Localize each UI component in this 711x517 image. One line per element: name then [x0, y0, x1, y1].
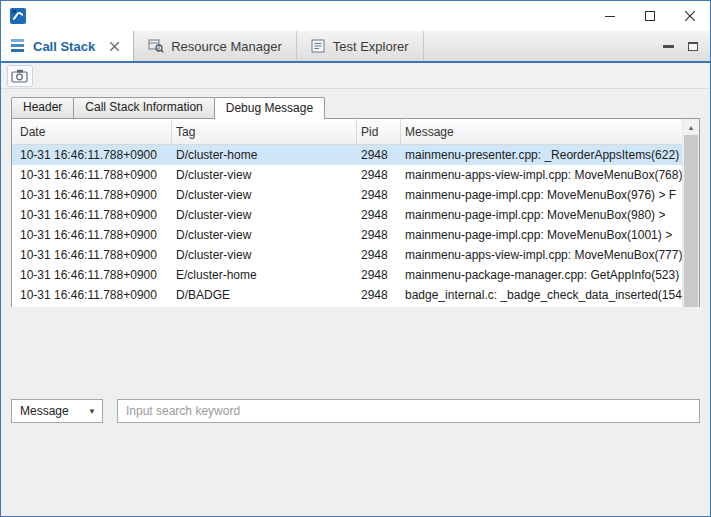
- table-row[interactable]: 10-31 16:46:11.788+0900 D/cluster-view 2…: [12, 245, 682, 265]
- row-date: 10-31 16:46:11.788+0900: [12, 228, 172, 242]
- row-date: 10-31 16:46:11.788+0900: [12, 168, 172, 182]
- table-row[interactable]: 10-31 16:46:11.788+0900 D/cluster-view 2…: [12, 205, 682, 225]
- tab-resource-manager[interactable]: Resource Manager: [134, 31, 297, 61]
- row-message: mainmenu-package-manager.cpp: GetAppInfo…: [401, 268, 682, 282]
- tab-close-icon[interactable]: [110, 42, 119, 51]
- table-row[interactable]: 10-31 16:46:11.788+0900 D/cluster-view 2…: [12, 165, 682, 185]
- row-tag: E/cluster-home: [172, 268, 357, 282]
- maximize-view-icon[interactable]: [688, 42, 698, 51]
- table-row[interactable]: 10-31 16:46:11.788+0900 E/cluster-home 2…: [12, 305, 682, 307]
- tab-label: Test Explorer: [333, 39, 409, 54]
- tab-test-explorer[interactable]: Test Explorer: [297, 31, 424, 61]
- tab-call-stack-information[interactable]: Call Stack Information: [73, 97, 214, 118]
- column-header-date[interactable]: Date: [12, 119, 172, 144]
- chevron-down-icon: ▼: [88, 407, 96, 416]
- row-pid: 2948: [357, 168, 401, 182]
- row-pid: 2948: [357, 228, 401, 242]
- tab-header[interactable]: Header: [11, 97, 74, 118]
- dropdown-value: Message: [20, 404, 69, 418]
- row-tag: D/cluster-view: [172, 208, 357, 222]
- row-date: 10-31 16:46:11.788+0900: [12, 188, 172, 202]
- column-header-tag[interactable]: Tag: [172, 119, 357, 144]
- row-tag: D/cluster-view: [172, 248, 357, 262]
- minimize-view-icon[interactable]: [663, 45, 674, 48]
- row-message: mainmenu-page-impl.cpp: MoveMenuBox(980)…: [401, 208, 682, 222]
- call-stack-icon: [11, 39, 26, 53]
- test-explorer-icon: [311, 39, 326, 53]
- row-pid: 2948: [357, 248, 401, 262]
- row-date: 10-31 16:46:11.788+0900: [12, 248, 172, 262]
- titlebar: [1, 1, 710, 31]
- table-row[interactable]: 10-31 16:46:11.788+0900 D/BADGE 2948 bad…: [12, 285, 682, 305]
- app-icon: [9, 7, 27, 25]
- row-tag: D/BADGE: [172, 288, 357, 302]
- row-pid: 2948: [357, 288, 401, 302]
- vertical-scrollbar[interactable]: ▲ ▼: [682, 119, 699, 307]
- scroll-up-icon[interactable]: ▲: [683, 119, 699, 135]
- table-row[interactable]: 10-31 16:46:11.788+0900 D/cluster-view 2…: [12, 225, 682, 245]
- log-table-body: 10-31 16:46:11.788+0900 D/cluster-home 2…: [12, 145, 682, 307]
- row-message: mainmenu-presenter.cpp: _ReorderAppsItem…: [401, 148, 682, 162]
- row-date: 10-31 16:46:11.788+0900: [12, 268, 172, 282]
- tab-call-stack[interactable]: Call Stack: [1, 31, 134, 61]
- row-pid: 2948: [357, 268, 401, 282]
- row-tag: D/cluster-view: [172, 188, 357, 202]
- row-message: badge_internal.c: _badge_check_data_inse…: [401, 288, 682, 302]
- row-message: mainmenu-apps-view-impl.cpp: MoveMenuBox…: [401, 168, 682, 182]
- search-bar: Message ▼: [1, 307, 710, 517]
- row-message: mainmenu-apps-view-impl.cpp: MoveMenuBox…: [401, 248, 682, 262]
- scrollbar-thumb[interactable]: [684, 135, 698, 307]
- row-tag: D/cluster-view: [172, 168, 357, 182]
- camera-icon[interactable]: [7, 65, 33, 87]
- row-pid: 2948: [357, 208, 401, 222]
- view-controls: [663, 31, 710, 61]
- row-date: 10-31 16:46:11.788+0900: [12, 148, 172, 162]
- column-header-message[interactable]: Message: [401, 119, 682, 144]
- search-field-dropdown[interactable]: Message ▼: [11, 399, 103, 423]
- column-header-pid[interactable]: Pid: [357, 119, 401, 144]
- main-content: Header Call Stack Information Debug Mess…: [1, 89, 710, 307]
- minimize-button[interactable]: [590, 1, 630, 31]
- toolbar: [1, 63, 710, 89]
- row-date: 10-31 16:46:11.788+0900: [12, 288, 172, 302]
- view-tabbar: Call Stack Resource Manager: [1, 31, 710, 63]
- close-button[interactable]: [670, 1, 710, 31]
- table-header: Date Tag Pid Message: [12, 119, 682, 145]
- filter-tabs: Header Call Stack Information Debug Mess…: [11, 97, 700, 118]
- row-tag: D/cluster-home: [172, 148, 357, 162]
- row-tag: D/cluster-view: [172, 228, 357, 242]
- tab-label: Call Stack: [33, 39, 95, 54]
- search-input[interactable]: [117, 399, 700, 423]
- resource-manager-icon: [148, 39, 164, 53]
- tab-debug-message[interactable]: Debug Message: [214, 97, 325, 119]
- row-message: mainmenu-page-impl.cpp: MoveMenuBox(976)…: [401, 188, 682, 202]
- tab-label: Resource Manager: [171, 39, 282, 54]
- row-message: mainmenu-page-impl.cpp: MoveMenuBox(1001…: [401, 228, 682, 242]
- row-pid: 2948: [357, 148, 401, 162]
- table-row[interactable]: 10-31 16:46:11.788+0900 E/cluster-home 2…: [12, 265, 682, 285]
- row-date: 10-31 16:46:11.788+0900: [12, 208, 172, 222]
- app-window: Call Stack Resource Manager: [0, 0, 711, 517]
- log-table: Date Tag Pid Message 10-31 16:46:11.788+…: [11, 118, 700, 307]
- row-pid: 2948: [357, 188, 401, 202]
- maximize-button[interactable]: [630, 1, 670, 31]
- table-row[interactable]: 10-31 16:46:11.788+0900 D/cluster-home 2…: [12, 145, 682, 165]
- table-row[interactable]: 10-31 16:46:11.788+0900 D/cluster-view 2…: [12, 185, 682, 205]
